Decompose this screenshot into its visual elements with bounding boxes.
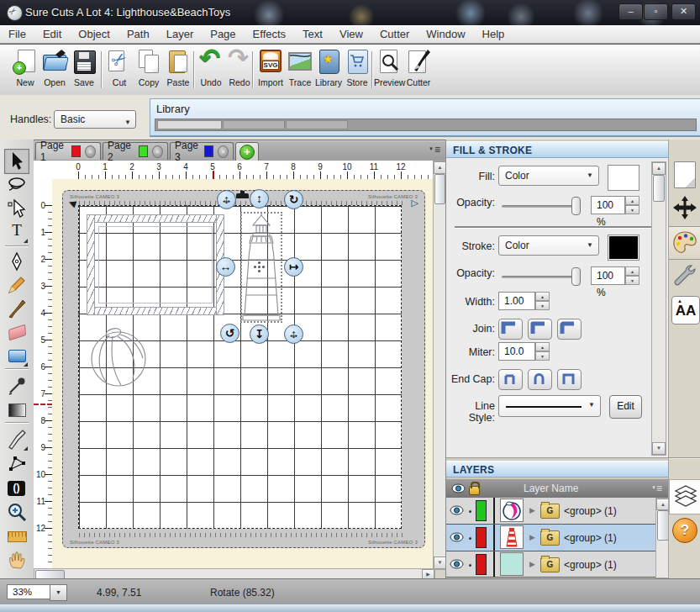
layer-color-bar[interactable]	[476, 527, 487, 548]
scrollbar-thumb[interactable]	[657, 510, 669, 541]
join-miter-button[interactable]	[498, 319, 523, 340]
pen-tool[interactable]	[6, 251, 28, 272]
stretch-vertical-handle[interactable]	[250, 189, 269, 208]
join-round-button[interactable]	[528, 319, 552, 340]
layers-menu-icon[interactable]	[651, 483, 662, 494]
expand-layer-icon[interactable]	[529, 506, 535, 514]
move-panel-button[interactable]	[672, 195, 697, 220]
rotate-handle[interactable]	[284, 190, 303, 209]
hand-tool[interactable]	[6, 548, 28, 570]
menu-page[interactable]: Page	[202, 28, 244, 40]
redo-button[interactable]: Redo	[224, 48, 255, 92]
text-tool[interactable]: T	[6, 221, 28, 243]
stroke-type-select[interactable]: Color	[498, 235, 599, 256]
copy-button[interactable]: Copy	[134, 48, 164, 92]
fill-opacity-stepper[interactable]	[625, 196, 639, 214]
tab-page-1[interactable]: Page 1	[35, 142, 101, 160]
lasso-tool[interactable]	[6, 174, 28, 196]
move-handle[interactable]	[217, 190, 236, 209]
layer-edit-dot[interactable]	[469, 537, 471, 540]
lighthouse-shape[interactable]	[241, 213, 282, 322]
zoom-tool[interactable]	[6, 501, 28, 523]
select-tool[interactable]	[4, 149, 29, 174]
stretch-horizontal-handle[interactable]	[216, 257, 235, 277]
cutter-button[interactable]: Cutter	[403, 48, 434, 92]
library-window[interactable]: Library	[150, 98, 700, 137]
minimize-button[interactable]: –	[618, 3, 643, 20]
menu-file[interactable]: File	[0, 28, 34, 40]
scrollbar-thumb[interactable]	[434, 174, 445, 204]
eyedropper-tool[interactable]	[6, 375, 28, 397]
help-button[interactable]: ?	[672, 518, 697, 543]
visibility-eye-icon[interactable]	[450, 532, 464, 542]
close-tab-icon[interactable]	[218, 145, 229, 158]
add-page-button[interactable]: +	[235, 142, 259, 161]
visibility-eye-icon[interactable]	[451, 483, 466, 493]
expand-layer-icon[interactable]	[529, 533, 535, 541]
rotate-handle[interactable]	[220, 324, 239, 343]
scale-vertical-handle[interactable]	[250, 324, 269, 344]
beach-ball-shape[interactable]	[87, 324, 150, 387]
visibility-eye-icon[interactable]	[450, 559, 464, 569]
slider-thumb[interactable]	[571, 197, 581, 215]
close-tab-icon[interactable]	[85, 145, 96, 158]
fill-type-select[interactable]: Color	[498, 166, 599, 186]
zoom-dropdown-icon[interactable]	[50, 584, 67, 601]
library-button[interactable]: Library	[313, 48, 344, 92]
gradient-tool[interactable]	[6, 398, 28, 420]
menu-cutter[interactable]: Cutter	[371, 28, 418, 40]
node-edit-tool[interactable]	[6, 453, 28, 475]
canvas-viewport[interactable]: Silhouette CAMEO 3 Silhouette CAMEO 3 Si…	[52, 179, 433, 568]
menu-edit[interactable]: Edit	[34, 28, 70, 40]
zoom-level-value[interactable]: 33%	[7, 584, 50, 599]
layer-row-selected[interactable]: G <group> (1)	[446, 525, 655, 551]
fill-stroke-panel-button[interactable]	[669, 226, 700, 260]
layer-thumbnail[interactable]	[500, 525, 524, 549]
preview-button[interactable]: Preview	[374, 48, 404, 92]
direct-select-tool[interactable]	[6, 198, 28, 219]
store-button[interactable]: Store	[342, 48, 372, 92]
expand-layer-icon[interactable]	[529, 560, 535, 568]
layer-edit-dot[interactable]	[469, 510, 471, 513]
undo-button[interactable]: Undo	[196, 48, 226, 92]
stroke-width-stepper[interactable]	[535, 292, 550, 310]
scroll-up-icon[interactable]	[652, 162, 666, 175]
menu-path[interactable]: Path	[118, 28, 158, 40]
miter-stepper[interactable]	[535, 342, 550, 361]
fill-color-swatch[interactable]	[608, 165, 639, 191]
scroll-down-icon[interactable]	[652, 442, 666, 455]
endcap-round-button[interactable]	[528, 369, 552, 390]
fill-opacity-slider[interactable]	[502, 205, 577, 208]
brush-tool[interactable]	[6, 298, 28, 319]
menu-effects[interactable]: Effects	[245, 28, 295, 40]
layer-row[interactable]: G <group> (1)	[446, 498, 655, 525]
scale-horizontal-handle[interactable]	[284, 257, 303, 277]
pencil-tool[interactable]	[6, 274, 28, 296]
layer-thumbnail[interactable]	[500, 499, 524, 522]
fill-stroke-header[interactable]: FILL & STROKE	[446, 141, 669, 158]
scroll-down-icon[interactable]	[434, 557, 446, 569]
scroll-up-icon[interactable]	[434, 161, 446, 174]
layer-thumbnail[interactable]	[500, 552, 524, 576]
new-button[interactable]: + New	[10, 48, 40, 92]
close-button[interactable]: ✕	[671, 3, 696, 20]
fill-opacity-value[interactable]: 100 %	[591, 196, 625, 214]
endcap-square-button[interactable]	[557, 369, 582, 390]
layer-color-bar[interactable]	[476, 554, 487, 575]
open-button[interactable]: Open	[39, 48, 70, 92]
menu-view[interactable]: View	[331, 28, 371, 40]
shape-tool[interactable]	[6, 345, 28, 367]
panel-scrollbar[interactable]	[651, 161, 666, 456]
slider-thumb[interactable]	[571, 267, 581, 286]
layer-edit-dot[interactable]	[469, 564, 471, 567]
save-button[interactable]: Save	[69, 48, 99, 92]
join-bevel-button[interactable]	[557, 319, 582, 340]
menu-object[interactable]: Object	[70, 28, 118, 40]
layers-panel-button[interactable]	[669, 479, 700, 514]
close-tab-icon[interactable]	[152, 145, 163, 158]
line-style-select[interactable]	[498, 395, 601, 417]
line-style-edit-button[interactable]: Edit	[609, 395, 642, 419]
stroke-opacity-slider[interactable]	[502, 276, 577, 278]
paste-button[interactable]: Paste	[163, 48, 193, 92]
stroke-color-swatch[interactable]	[608, 235, 639, 261]
